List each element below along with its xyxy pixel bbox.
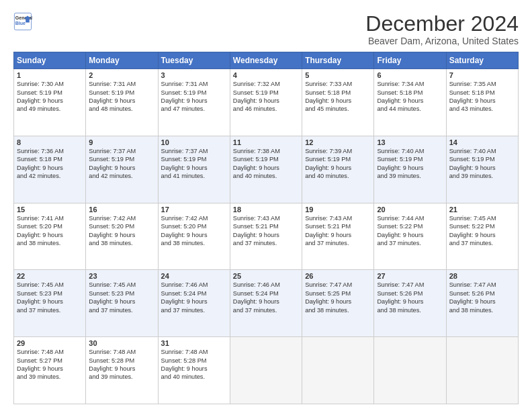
day-number: 7 [449, 71, 515, 79]
table-row: 20Sunrise: 7:44 AMSunset: 5:22 PMDayligh… [374, 203, 446, 270]
table-row: 13Sunrise: 7:40 AMSunset: 5:19 PMDayligh… [374, 136, 446, 203]
day-number: 5 [305, 71, 371, 79]
table-row: 15Sunrise: 7:41 AMSunset: 5:20 PMDayligh… [14, 203, 86, 270]
col-tuesday: Tuesday [158, 52, 230, 69]
day-number: 31 [161, 339, 227, 347]
table-row: 18Sunrise: 7:43 AMSunset: 5:21 PMDayligh… [230, 203, 302, 270]
table-row: 3Sunrise: 7:31 AMSunset: 5:19 PMDaylight… [158, 69, 230, 136]
table-row: 4Sunrise: 7:32 AMSunset: 5:19 PMDaylight… [230, 69, 302, 136]
day-number: 3 [161, 71, 227, 79]
calendar-week-row: 29Sunrise: 7:48 AMSunset: 5:27 PMDayligh… [14, 337, 519, 404]
table-row: 16Sunrise: 7:42 AMSunset: 5:20 PMDayligh… [86, 203, 158, 270]
day-number: 22 [17, 272, 83, 280]
col-wednesday: Wednesday [230, 52, 302, 69]
table-row: 9Sunrise: 7:37 AMSunset: 5:19 PMDaylight… [86, 136, 158, 203]
cell-content: Sunrise: 7:41 AMSunset: 5:20 PMDaylight:… [17, 215, 64, 246]
day-number: 10 [161, 138, 227, 146]
table-row: 10Sunrise: 7:37 AMSunset: 5:19 PMDayligh… [158, 136, 230, 203]
table-row: 29Sunrise: 7:48 AMSunset: 5:27 PMDayligh… [14, 337, 86, 404]
table-row: 28Sunrise: 7:47 AMSunset: 5:26 PMDayligh… [446, 270, 518, 337]
cell-content: Sunrise: 7:43 AMSunset: 5:21 PMDaylight:… [305, 215, 352, 246]
table-row: 12Sunrise: 7:39 AMSunset: 5:19 PMDayligh… [302, 136, 374, 203]
table-row [302, 337, 374, 404]
col-saturday: Saturday [446, 52, 518, 69]
cell-content: Sunrise: 7:40 AMSunset: 5:19 PMDaylight:… [449, 148, 496, 179]
day-number: 28 [449, 272, 515, 280]
cell-content: Sunrise: 7:35 AMSunset: 5:18 PMDaylight:… [449, 81, 496, 112]
svg-text:Blue: Blue [15, 21, 26, 26]
cell-content: Sunrise: 7:36 AMSunset: 5:18 PMDaylight:… [17, 148, 64, 179]
table-row: 23Sunrise: 7:45 AMSunset: 5:23 PMDayligh… [86, 270, 158, 337]
cell-content: Sunrise: 7:30 AMSunset: 5:19 PMDaylight:… [17, 81, 64, 112]
day-number: 19 [305, 205, 371, 214]
day-number: 17 [161, 205, 227, 214]
day-number: 6 [377, 71, 443, 79]
table-row: 1Sunrise: 7:30 AMSunset: 5:19 PMDaylight… [14, 69, 86, 136]
cell-content: Sunrise: 7:45 AMSunset: 5:23 PMDaylight:… [17, 281, 64, 313]
cell-content: Sunrise: 7:42 AMSunset: 5:20 PMDaylight:… [161, 215, 208, 246]
table-row: 30Sunrise: 7:48 AMSunset: 5:28 PMDayligh… [86, 337, 158, 404]
day-number: 2 [89, 71, 154, 79]
header: General Blue December 2024 Beaver Dam, A… [13, 12, 519, 46]
calendar-week-row: 22Sunrise: 7:45 AMSunset: 5:23 PMDayligh… [14, 270, 519, 337]
table-row: 21Sunrise: 7:45 AMSunset: 5:22 PMDayligh… [446, 203, 518, 270]
day-number: 30 [89, 339, 154, 347]
calendar-week-row: 8Sunrise: 7:36 AMSunset: 5:18 PMDaylight… [14, 136, 519, 203]
calendar-week-row: 1Sunrise: 7:30 AMSunset: 5:19 PMDaylight… [14, 69, 519, 136]
table-row [374, 337, 446, 404]
table-row: 31Sunrise: 7:48 AMSunset: 5:28 PMDayligh… [158, 337, 230, 404]
cell-content: Sunrise: 7:42 AMSunset: 5:20 PMDaylight:… [89, 215, 136, 246]
day-number: 13 [377, 138, 443, 146]
col-thursday: Thursday [302, 52, 374, 69]
cell-content: Sunrise: 7:48 AMSunset: 5:28 PMDaylight:… [161, 349, 208, 380]
table-row: 26Sunrise: 7:47 AMSunset: 5:25 PMDayligh… [302, 270, 374, 337]
cell-content: Sunrise: 7:47 AMSunset: 5:26 PMDaylight:… [449, 281, 496, 313]
calendar-header-row: Sunday Monday Tuesday Wednesday Thursday… [14, 52, 519, 69]
calendar-week-row: 15Sunrise: 7:41 AMSunset: 5:20 PMDayligh… [14, 203, 519, 270]
cell-content: Sunrise: 7:44 AMSunset: 5:22 PMDaylight:… [377, 215, 424, 246]
table-row: 27Sunrise: 7:47 AMSunset: 5:26 PMDayligh… [374, 270, 446, 337]
logo-icon: General Blue [13, 12, 32, 31]
page: General Blue December 2024 Beaver Dam, A… [0, 0, 532, 411]
day-number: 9 [89, 138, 154, 146]
day-number: 29 [17, 339, 83, 347]
cell-content: Sunrise: 7:46 AMSunset: 5:24 PMDaylight:… [233, 281, 280, 313]
day-number: 4 [233, 71, 299, 79]
table-row: 8Sunrise: 7:36 AMSunset: 5:18 PMDaylight… [14, 136, 86, 203]
cell-content: Sunrise: 7:43 AMSunset: 5:21 PMDaylight:… [233, 215, 280, 246]
day-number: 26 [305, 272, 371, 280]
table-row [230, 337, 302, 404]
table-row: 22Sunrise: 7:45 AMSunset: 5:23 PMDayligh… [14, 270, 86, 337]
cell-content: Sunrise: 7:31 AMSunset: 5:19 PMDaylight:… [161, 81, 208, 112]
subtitle: Beaver Dam, Arizona, United States [365, 36, 519, 46]
cell-content: Sunrise: 7:46 AMSunset: 5:24 PMDaylight:… [161, 281, 208, 313]
day-number: 18 [233, 205, 299, 214]
day-number: 20 [377, 205, 443, 214]
cell-content: Sunrise: 7:40 AMSunset: 5:19 PMDaylight:… [377, 148, 424, 179]
logo: General Blue [13, 12, 32, 31]
cell-content: Sunrise: 7:45 AMSunset: 5:22 PMDaylight:… [449, 215, 496, 246]
table-row: 5Sunrise: 7:33 AMSunset: 5:18 PMDaylight… [302, 69, 374, 136]
cell-content: Sunrise: 7:32 AMSunset: 5:19 PMDaylight:… [233, 81, 280, 112]
table-row: 19Sunrise: 7:43 AMSunset: 5:21 PMDayligh… [302, 203, 374, 270]
cell-content: Sunrise: 7:31 AMSunset: 5:19 PMDaylight:… [89, 81, 136, 112]
day-number: 23 [89, 272, 154, 280]
cell-content: Sunrise: 7:37 AMSunset: 5:19 PMDaylight:… [161, 148, 208, 179]
table-row [446, 337, 518, 404]
col-sunday: Sunday [14, 52, 86, 69]
cell-content: Sunrise: 7:38 AMSunset: 5:19 PMDaylight:… [233, 148, 280, 179]
day-number: 25 [233, 272, 299, 280]
day-number: 1 [17, 71, 83, 79]
cell-content: Sunrise: 7:45 AMSunset: 5:23 PMDaylight:… [89, 281, 136, 313]
table-row: 6Sunrise: 7:34 AMSunset: 5:18 PMDaylight… [374, 69, 446, 136]
table-row: 7Sunrise: 7:35 AMSunset: 5:18 PMDaylight… [446, 69, 518, 136]
day-number: 24 [161, 272, 227, 280]
cell-content: Sunrise: 7:48 AMSunset: 5:28 PMDaylight:… [89, 349, 136, 380]
title-block: December 2024 Beaver Dam, Arizona, Unite… [365, 12, 519, 46]
day-number: 11 [233, 138, 299, 146]
cell-content: Sunrise: 7:48 AMSunset: 5:27 PMDaylight:… [17, 349, 64, 380]
table-row: 24Sunrise: 7:46 AMSunset: 5:24 PMDayligh… [158, 270, 230, 337]
cell-content: Sunrise: 7:34 AMSunset: 5:18 PMDaylight:… [377, 81, 424, 112]
day-number: 14 [449, 138, 515, 146]
day-number: 21 [449, 205, 515, 214]
